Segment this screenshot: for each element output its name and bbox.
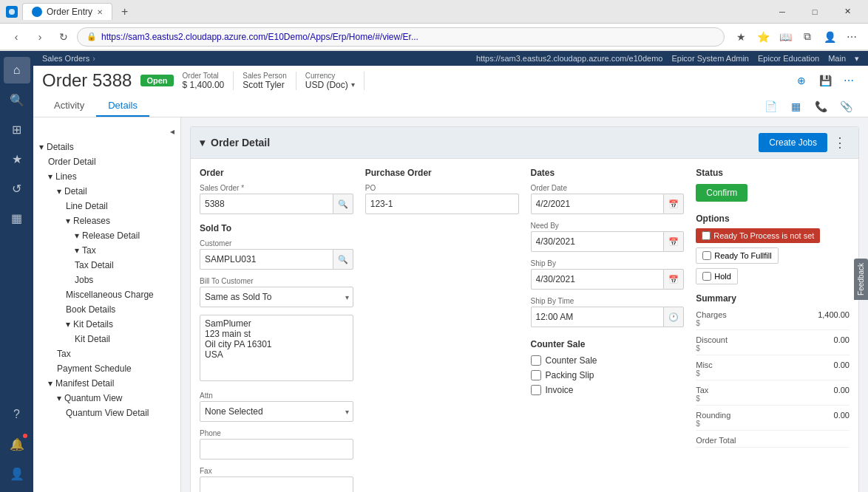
menu-button[interactable]: ⋯ bbox=[841, 27, 862, 47]
nav-details[interactable]: ▾ Details bbox=[33, 140, 180, 154]
nav-tax-detail[interactable]: Tax Detail bbox=[33, 258, 180, 273]
bill-to-select[interactable]: Same as Sold To bbox=[200, 287, 353, 307]
tax-label: Tax bbox=[696, 386, 708, 394]
grid-btn[interactable]: ▦ bbox=[785, 96, 806, 117]
nav-tax-2[interactable]: Tax bbox=[33, 346, 180, 361]
add-button[interactable]: ⊕ bbox=[791, 70, 812, 91]
feedback-tab[interactable]: Feedback bbox=[854, 259, 868, 300]
nav-release-detail[interactable]: ▾ Release Detail bbox=[33, 228, 180, 243]
order-date-input[interactable] bbox=[531, 194, 664, 214]
phone-btn[interactable]: 📞 bbox=[810, 96, 831, 117]
back-button[interactable]: ‹ bbox=[6, 27, 27, 47]
new-tab-button[interactable]: + bbox=[117, 4, 132, 20]
phone-input[interactable] bbox=[200, 439, 353, 459]
nav-misc-charge[interactable]: Miscellaneous Charge bbox=[33, 287, 180, 302]
details-tab[interactable]: Details bbox=[96, 95, 149, 117]
nav-manifest-detail[interactable]: ▾ Manifest Detail bbox=[33, 376, 180, 391]
document-btn[interactable]: 📄 bbox=[760, 96, 781, 117]
sidebar-history-icon[interactable]: ↺ bbox=[4, 175, 30, 202]
fax-input[interactable] bbox=[200, 476, 353, 492]
po-input[interactable] bbox=[365, 194, 519, 214]
counter-sale-title: Counter Sale bbox=[531, 339, 685, 349]
attachment-btn[interactable]: 📎 bbox=[835, 96, 856, 117]
nav-lines[interactable]: ▾ Lines bbox=[33, 169, 180, 184]
sidebar-dashboard-icon[interactable]: ▦ bbox=[4, 205, 30, 231]
forward-button[interactable]: › bbox=[30, 27, 50, 47]
sales-order-search-btn[interactable]: 🔍 bbox=[333, 194, 353, 214]
nav-kit-details[interactable]: ▾ Kit Details bbox=[33, 317, 180, 332]
extensions-button[interactable]: ★ bbox=[730, 27, 751, 47]
close-button[interactable]: ✕ bbox=[833, 1, 862, 22]
refresh-button[interactable]: ↻ bbox=[53, 27, 74, 47]
duplicate-button[interactable]: ⧉ bbox=[797, 27, 818, 47]
need-by-input[interactable] bbox=[531, 231, 664, 252]
nav-release-detail-expand: ▾ bbox=[75, 230, 79, 241]
nav-quantum-detail-label: Quantum View Detail bbox=[66, 408, 149, 418]
nav-book-details[interactable]: Book Details bbox=[33, 302, 180, 317]
nav-jobs[interactable]: Jobs bbox=[33, 273, 180, 287]
nav-line-detail[interactable]: Line Detail bbox=[33, 199, 180, 213]
sidebar-search-icon[interactable]: 🔍 bbox=[4, 86, 30, 113]
address-textarea[interactable]: SamPlumer 123 main st Oil city PA 16301 … bbox=[200, 315, 353, 381]
nav-book-details-label: Book Details bbox=[66, 304, 115, 315]
sidebar-favorites-icon[interactable]: ★ bbox=[4, 146, 30, 172]
nav-order-detail[interactable]: Order Detail bbox=[33, 154, 180, 169]
panel-more-button[interactable]: ⋮ bbox=[830, 133, 850, 152]
nav-kit-detail[interactable]: Kit Detail bbox=[33, 332, 180, 346]
invoice-checkbox[interactable] bbox=[531, 385, 541, 395]
rtp-option[interactable]: Ready To Process is not set bbox=[696, 228, 820, 243]
nav-quantum-view-detail[interactable]: Quantum View Detail bbox=[33, 406, 180, 420]
currency-info: Currency USD (Doc) ▾ bbox=[296, 72, 365, 90]
sidebar-help-icon[interactable]: ? bbox=[4, 401, 30, 428]
customer-input[interactable] bbox=[200, 249, 333, 270]
col-po: Purchase Order PO bbox=[365, 168, 519, 222]
ship-by-time-input[interactable] bbox=[531, 307, 664, 327]
reading-mode-button[interactable]: 📖 bbox=[775, 27, 796, 47]
attn-select[interactable]: None Selected bbox=[200, 401, 353, 422]
customer-search-btn[interactable]: 🔍 bbox=[333, 249, 353, 270]
rounding-label: Rounding bbox=[696, 411, 730, 420]
minimize-button[interactable]: ─ bbox=[767, 1, 797, 22]
create-jobs-button[interactable]: Create Jobs bbox=[759, 133, 827, 152]
left-nav-collapse-icon[interactable]: ◂ bbox=[170, 126, 174, 137]
nav-detail[interactable]: ▾ Detail bbox=[33, 184, 180, 199]
panel-collapse-icon[interactable]: ▾ bbox=[200, 137, 205, 148]
packing-slip-checkbox[interactable] bbox=[531, 370, 541, 380]
sidebar-apps-icon[interactable]: ⊞ bbox=[4, 116, 30, 143]
discount-currency: $ bbox=[696, 344, 728, 352]
ship-by-picker-btn[interactable]: 📅 bbox=[663, 269, 684, 290]
rtf-option[interactable]: Ready To Fullfill bbox=[696, 247, 778, 264]
active-tab[interactable]: Order Entry ✕ bbox=[22, 3, 112, 20]
rtf-option-row: Ready To Fullfill bbox=[696, 247, 850, 264]
more-options-button[interactable]: ⋯ bbox=[838, 70, 859, 91]
nav-quantum-view[interactable]: ▾ Quantum View bbox=[33, 391, 180, 406]
rounding-label-group: Rounding $ bbox=[696, 411, 730, 428]
address-bar[interactable]: 🔒 https://sam3.eastus2.cloudapp.azure.co… bbox=[77, 27, 725, 47]
confirm-button[interactable]: Confirm bbox=[696, 184, 747, 202]
nav-payment-schedule[interactable]: Payment Schedule bbox=[33, 361, 180, 376]
sidebar-user-icon[interactable]: 👤 bbox=[4, 460, 30, 487]
breadcrumb-sales-orders[interactable]: Sales Orders bbox=[42, 54, 89, 63]
topbar-expand-icon[interactable]: ▾ bbox=[855, 54, 859, 64]
order-date-picker-btn[interactable]: 📅 bbox=[663, 194, 684, 214]
nav-releases[interactable]: ▾ Releases bbox=[33, 213, 180, 228]
sidebar-notifications-icon[interactable]: 🔔 bbox=[4, 431, 30, 457]
nav-tax[interactable]: ▾ Tax bbox=[33, 243, 180, 258]
hold-option[interactable]: Hold bbox=[696, 268, 738, 284]
save-button[interactable]: 💾 bbox=[815, 70, 835, 91]
tab-close-btn[interactable]: ✕ bbox=[97, 8, 103, 16]
sidebar-home-icon[interactable]: ⌂ bbox=[4, 57, 30, 83]
ship-by-input[interactable] bbox=[531, 269, 664, 290]
profile-button[interactable]: 👤 bbox=[819, 27, 840, 47]
favorites-button[interactable]: ⭐ bbox=[753, 27, 773, 47]
hold-checkbox[interactable] bbox=[702, 272, 711, 281]
rtf-checkbox[interactable] bbox=[702, 251, 711, 260]
sales-order-input[interactable] bbox=[200, 194, 333, 214]
need-by-picker-btn[interactable]: 📅 bbox=[663, 231, 684, 252]
maximize-button[interactable]: □ bbox=[800, 1, 830, 22]
activity-tab[interactable]: Activity bbox=[42, 95, 96, 117]
counter-sale-checkbox[interactable] bbox=[531, 355, 541, 366]
currency-dropdown-icon[interactable]: ▾ bbox=[351, 81, 355, 89]
rtp-checkbox[interactable] bbox=[702, 231, 711, 240]
ship-by-time-picker-btn[interactable]: 🕐 bbox=[663, 307, 684, 327]
